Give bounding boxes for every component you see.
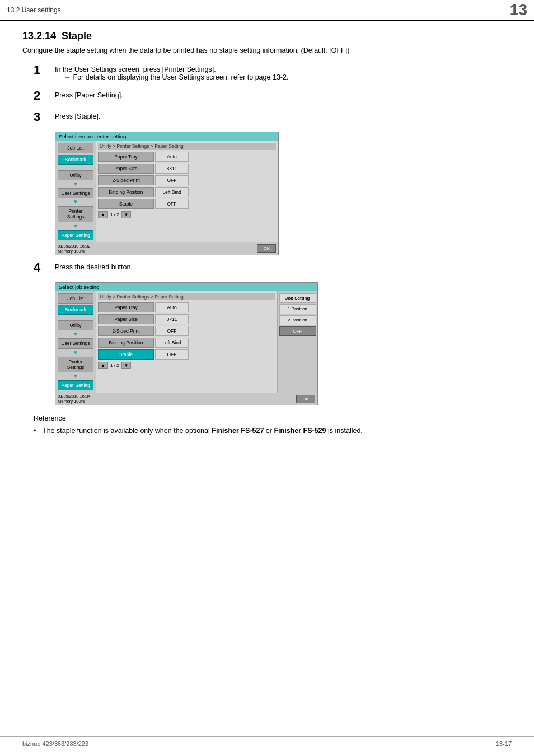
s2-footer-memory: Memory 100% (58, 399, 90, 404)
screen-1-sidebar: Job List Bookmark Utility ▼ User Setting… (55, 141, 96, 242)
step-1-content: In the User Settings screen, press [Prin… (55, 63, 288, 81)
s2-sidebar-printer-settings[interactable]: Printer Settings (58, 357, 93, 372)
s2-row-4: Staple OFF (98, 349, 275, 360)
s2-row-3-label: Binding Position (98, 338, 154, 348)
step-1: 1 In the User Settings screen, press [Pr… (34, 63, 512, 81)
s2-sidebar-utility[interactable]: Utility (58, 320, 93, 330)
row-2-label: 2-Sided Print (98, 175, 154, 185)
s2-pag-up-btn[interactable]: ▲ (98, 362, 108, 369)
s2-row-4-label: Staple (98, 349, 154, 360)
step-4: 4 Press the desired button. (34, 261, 512, 274)
section-heading: 13.2.14 Staple (22, 30, 512, 42)
s2-row-0-label: Paper Tray (98, 302, 154, 312)
footer-date: 01/09/2010 16:32 (58, 244, 90, 249)
reference-section: Reference The staple function is availab… (34, 414, 512, 436)
screen-1-breadcrumb: Utility > Printer Settings > Paper Setti… (98, 143, 276, 150)
pag-text: 1 / 2 (110, 212, 119, 217)
sidebar-printer-settings[interactable]: Printer Settings (58, 206, 93, 222)
sidebar-arrow-1: ▼ (73, 181, 78, 187)
row-4-value: OFF (155, 199, 189, 209)
s2-row-3: Binding Position Left Bind (98, 338, 275, 348)
footer-right: 13-17 (496, 740, 512, 747)
screen-2-breadcrumb: Utility > Printer Settings > Paper Setti… (98, 293, 275, 300)
s2-sidebar-job-list[interactable]: Job List (58, 293, 93, 304)
screen-1-footer: 01/09/2010 16:32 Memory 100% OK (55, 242, 278, 255)
row-2-value: OFF (155, 175, 189, 185)
job-1-position-btn[interactable]: 1 Position (279, 304, 316, 314)
s2-row-0: Paper Tray Auto (98, 302, 275, 312)
s2-row-2-value: OFF (155, 326, 189, 336)
s2-sidebar-arrow-1: ▼ (73, 332, 78, 337)
s2-row-1: Paper Size 8×11 (98, 314, 275, 324)
screen-1-pagination: ▲ 1 / 2 ▼ (98, 211, 276, 218)
screen-1-row-1: Paper Size 8×11 (98, 164, 276, 174)
sidebar-arrow-2: ▼ (73, 199, 78, 205)
page-header: 13.2 User settings 13 (0, 0, 534, 21)
screen-1-row-2: 2-Sided Print OFF (98, 175, 276, 185)
s2-row-2-label: 2-Sided Print (98, 326, 154, 336)
sidebar-job-list[interactable]: Job List (58, 143, 93, 153)
section-title: Staple (62, 30, 92, 42)
step-3-content: Press [Staple]. (55, 110, 100, 120)
screen-2-footer-left: 01/09/2010 16:34 Memory 100% (58, 394, 90, 404)
row-1-label: Paper Size (98, 164, 154, 174)
footer-memory: Memory 100% (58, 249, 90, 254)
s2-row-1-value: 8×11 (155, 314, 189, 324)
row-4-label: Staple (98, 199, 154, 209)
step-2: 2 Press [Paper Setting]. (34, 89, 512, 102)
sidebar-utility[interactable]: Utility (58, 170, 93, 180)
s2-pag-text: 1 / 2 (110, 363, 119, 368)
s2-pag-down-btn[interactable]: ▼ (121, 362, 132, 369)
chapter-number: 13 (510, 2, 527, 18)
s2-row-4-value: OFF (155, 349, 189, 360)
section-label: 13.2 User settings (7, 6, 61, 14)
screen-1-footer-left: 01/09/2010 16:32 Memory 100% (58, 244, 90, 254)
step-2-number: 2 (34, 89, 47, 102)
step-4-number: 4 (34, 261, 47, 274)
main-content: 13.2.14 Staple Configure the staple sett… (0, 21, 534, 445)
row-0-label: Paper Tray (98, 152, 154, 162)
step-2-content: Press [Paper Setting]. (55, 89, 123, 99)
screen-2-pagination: ▲ 1 / 2 ▼ (98, 362, 275, 369)
screen-1-top-bar: Select item and enter setting. (55, 132, 278, 141)
step-1-number: 1 (34, 63, 47, 77)
s2-sidebar-bookmark[interactable]: Bookmark (58, 305, 93, 315)
sidebar-user-settings[interactable]: User Settings (58, 188, 93, 198)
screen-2-ok-btn[interactable]: OK (296, 395, 315, 403)
sidebar-paper-setting[interactable]: Paper Setting (58, 230, 93, 240)
screen-2-mockup: Select job setting. Job List Bookmark Ut… (55, 282, 318, 405)
section-number: 13.2.14 (22, 30, 56, 42)
row-3-value: Left Bind (155, 187, 189, 197)
s2-sidebar-arrow-3: ▼ (73, 374, 78, 379)
s2-row-3-value: Left Bind (155, 338, 189, 348)
s2-row-0-value: Auto (155, 302, 189, 312)
sidebar-bookmark[interactable]: Bookmark (58, 155, 93, 165)
job-2-position-btn[interactable]: 2 Position (279, 315, 316, 325)
screen-1-row-4: Staple OFF (98, 199, 276, 209)
s2-row-1-label: Paper Size (98, 314, 154, 324)
pag-down-btn[interactable]: ▼ (121, 211, 132, 218)
screen-1-ok-btn[interactable]: OK (257, 244, 276, 253)
screen-2-sidebar: Job List Bookmark Utility ▼ User Setting… (55, 291, 96, 393)
job-off-btn[interactable]: OFF (279, 326, 316, 337)
screen-1-main: Utility > Printer Settings > Paper Setti… (96, 141, 278, 242)
screen-2-top-bar: Select job setting. (55, 283, 317, 291)
step-3-number: 3 (34, 110, 47, 124)
s2-sidebar-paper-setting[interactable]: Paper Setting (58, 380, 93, 390)
s2-sidebar-user-settings[interactable]: User Settings (58, 338, 93, 348)
steps-list: 1 In the User Settings screen, press [Pr… (34, 63, 512, 405)
step-1-text: In the User Settings screen, press [Prin… (55, 66, 288, 73)
screen-1-row-0: Paper Tray Auto (98, 152, 276, 162)
row-0-value: Auto (155, 152, 189, 162)
page-footer: bizhub 423/363/283/223 13-17 (0, 736, 534, 747)
screen-2-main: Utility > Printer Settings > Paper Setti… (96, 291, 277, 393)
step-3: 3 Press [Staple]. (34, 110, 512, 124)
step-1-sub: For details on displaying the User Setti… (64, 73, 288, 81)
screen-1-mockup: Select item and enter setting. Job List … (55, 132, 279, 255)
reference-label: Reference (34, 414, 512, 422)
job-setting-title: Job Setting (279, 293, 316, 304)
step-4-text: Press the desired button. (55, 263, 133, 271)
pag-up-btn[interactable]: ▲ (98, 211, 108, 218)
step-4-content: Press the desired button. (55, 261, 133, 271)
job-setting-panel: Job Setting 1 Position 2 Position OFF (277, 291, 317, 393)
